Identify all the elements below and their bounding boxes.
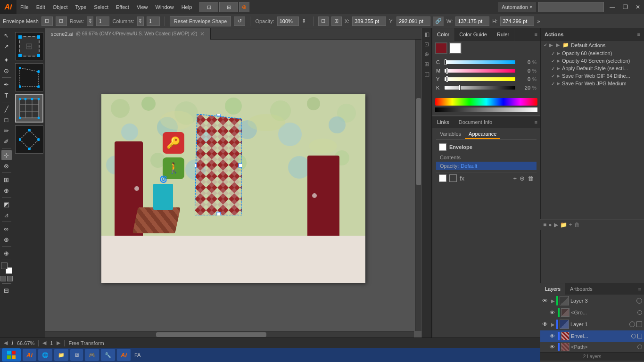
columns-up-down[interactable]: ⇕ [137, 16, 144, 26]
gradient-tool[interactable]: ◩ [1, 199, 12, 209]
close-button[interactable]: ✕ [632, 0, 644, 14]
rotate-tool[interactable]: ⊹ [1, 150, 12, 160]
layer-1-envel-square[interactable] [637, 334, 642, 338]
tab-color-guide[interactable]: Color Guide [454, 28, 492, 41]
menu-view[interactable]: View [133, 0, 152, 14]
status-nav-prev[interactable]: ◀ [42, 340, 46, 346]
taskbar-item-3[interactable]: 🖥 [70, 349, 83, 361]
taskbar-ai2[interactable]: Ai [117, 349, 131, 361]
rows-up-down[interactable]: ⇕ [87, 16, 93, 26]
envelope-preview-2[interactable] [15, 63, 43, 91]
paintbrush-tool[interactable]: ✏ [1, 125, 12, 136]
tab-variables[interactable]: Variables [436, 130, 465, 139]
envelope-preview-3-active[interactable] [15, 94, 43, 123]
layer-3-child-eye[interactable]: 👁 [550, 310, 556, 315]
layer-1-envel-eye[interactable]: 👁 [550, 333, 556, 339]
none-icon[interactable] [0, 276, 6, 281]
background-color-swatch[interactable] [449, 42, 462, 54]
properties-icon[interactable]: ⊡ [422, 40, 431, 49]
app-add-icon[interactable]: + [513, 175, 517, 182]
direct-selection-tool[interactable]: ↗ [1, 41, 12, 51]
layer-3-circle[interactable] [636, 298, 642, 304]
symbol-tool[interactable]: ⊛ [1, 234, 12, 245]
status-arrows[interactable]: ◀ [4, 340, 8, 346]
gradient-swatch[interactable] [7, 276, 13, 281]
automation-button[interactable]: Automation ▾ [498, 2, 536, 12]
minimize-button[interactable]: — [606, 0, 619, 14]
blend-tool[interactable]: ∞ [1, 223, 12, 234]
transform-panel-icon[interactable]: ⊕ [422, 50, 431, 58]
pen-tool[interactable]: ✒ [1, 79, 12, 90]
menu-type[interactable]: Type [72, 0, 91, 14]
color-swatches[interactable] [1, 263, 12, 274]
pathfinder-icon[interactable]: ◫ [422, 70, 431, 78]
y-input[interactable] [396, 16, 430, 26]
rect-tool[interactable]: □ [1, 115, 12, 125]
layer-1-row[interactable]: 👁 ▶ Layer 1 [540, 318, 644, 330]
status-zoom[interactable]: 66.67% [17, 340, 34, 346]
actions-panel-more[interactable]: ≡ [637, 32, 640, 37]
pencil-tool[interactable]: ✐ [1, 136, 12, 147]
app-duplicate-icon[interactable]: ⊕ [520, 175, 525, 182]
horizontal-scrollbar[interactable] [45, 331, 414, 337]
action-opacity-40[interactable]: ✓ ▶ Opacity 40 Screen (selection) [541, 57, 644, 65]
opacity-input[interactable] [277, 16, 299, 26]
layer-1-path1-circle[interactable] [637, 345, 642, 349]
more-options-icon[interactable]: » [537, 18, 547, 24]
envelope-swatch[interactable] [439, 143, 446, 151]
status-info-icon[interactable]: ℹ [11, 340, 13, 346]
h-input[interactable] [500, 16, 534, 26]
foreground-color-swatch[interactable] [435, 42, 447, 54]
taskbar-folder[interactable]: 📁 [54, 349, 68, 361]
app-stroke-icon[interactable] [449, 174, 457, 182]
layer-1-circle[interactable] [629, 321, 635, 327]
new-action-btn[interactable]: + [569, 222, 572, 228]
action-gif64[interactable]: ✓ ▶ Save For Web GIF 64 Dithe... [541, 72, 644, 80]
tab-ruler[interactable]: Ruler [492, 28, 514, 41]
search-input[interactable] [538, 2, 604, 12]
line-tool[interactable]: ╱ [1, 104, 12, 114]
play-action-btn[interactable]: ▶ [554, 222, 558, 228]
envelope-preview-1[interactable]: ⊞ [15, 32, 43, 60]
envelope-selected-shape[interactable] [195, 114, 242, 215]
layer-1-envel-circle[interactable] [631, 334, 636, 338]
default-actions-group[interactable]: ✓ ▶ ▶ 📁 Default Actions [541, 41, 644, 49]
rows-input[interactable] [96, 16, 109, 26]
layer-1-path1-row[interactable]: 👁 <Path> [540, 342, 644, 352]
action-jpg-medium[interactable]: ✓ ▶ Save For Web JPG Medium [541, 80, 644, 87]
document-tab[interactable]: scene2.ai @ 66.67% (CMYK/Preview/U.S. We… [45, 28, 211, 40]
columns-input[interactable] [147, 16, 160, 26]
envelope-preview-4[interactable] [15, 125, 43, 154]
app-fx-icon[interactable]: fx [460, 175, 464, 182]
canvas-viewport[interactable]: 🔑 🚶 🌀 [45, 40, 421, 337]
status-nav-next[interactable]: ▶ [57, 340, 60, 346]
tab-appearance[interactable]: Appearance [465, 130, 500, 139]
tab-color[interactable]: Color [432, 28, 454, 41]
action-opacity-60[interactable]: ✓ ▶ Opacity 60 (selection) [541, 49, 644, 57]
tab-layers[interactable]: Layers [540, 283, 565, 295]
record-action-btn[interactable]: ● [548, 222, 552, 228]
layer-1-path1-eye[interactable]: 👁 [550, 344, 556, 350]
zoom-tool[interactable]: ⊕ [1, 248, 12, 258]
menu-file[interactable]: File [17, 0, 33, 14]
magic-wand-tool[interactable]: ✦ [1, 55, 12, 65]
layer-3-row[interactable]: 👁 ▶ Layer 3 [540, 295, 644, 307]
tab-close-icon[interactable]: ✕ [200, 31, 205, 37]
c-slider[interactable] [445, 60, 515, 64]
tab-artboards[interactable]: Artboards [565, 283, 597, 295]
view-toggle-button[interactable]: ⊞ [219, 2, 238, 12]
taskbar-item-5[interactable]: 🔧 [101, 349, 115, 361]
align-panel-icon[interactable]: ⊞ [422, 60, 431, 68]
layer-1-envel-row[interactable]: 👁 Envel... [540, 330, 644, 342]
links-panel-more[interactable]: ≡ [532, 119, 540, 125]
layer-3-eye[interactable]: 👁 [542, 297, 550, 304]
eyedropper-tool[interactable]: ⊿ [1, 210, 12, 220]
restore-button[interactable]: ❐ [619, 0, 632, 14]
taskbar-chrome[interactable]: 🌐 [38, 349, 52, 361]
tab-links[interactable]: Links [432, 116, 454, 128]
layer-1-expand[interactable]: ▶ [551, 322, 555, 327]
y-slider[interactable] [445, 77, 515, 81]
app-delete-icon[interactable]: 🗑 [528, 175, 534, 182]
bw-gradient[interactable] [435, 107, 537, 112]
menu-edit[interactable]: Edit [33, 0, 49, 14]
